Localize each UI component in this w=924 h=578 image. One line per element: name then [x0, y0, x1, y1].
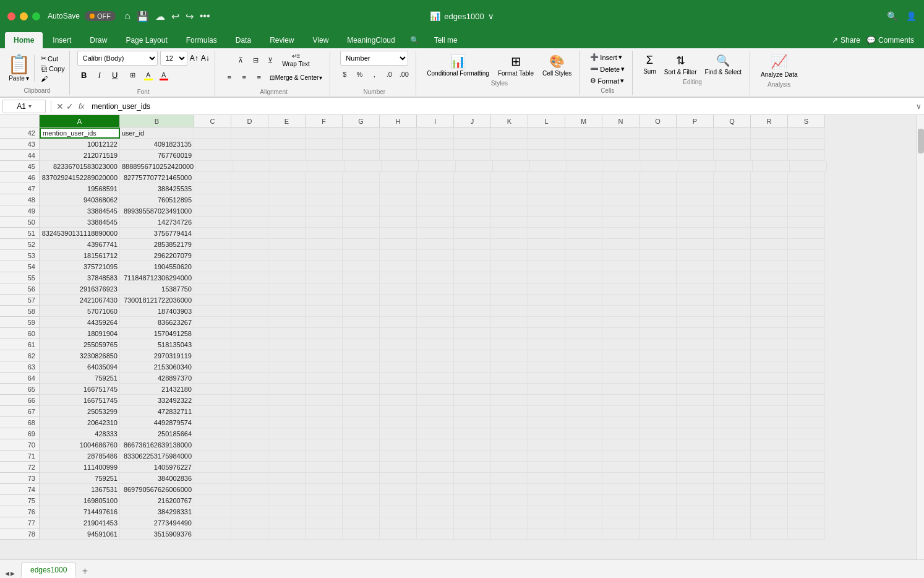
- cell-b78[interactable]: 3515909376: [120, 528, 194, 540]
- empty-cell[interactable]: [602, 395, 640, 406]
- empty-cell[interactable]: [528, 339, 565, 350]
- empty-cell[interactable]: [602, 495, 640, 506]
- empty-cell[interactable]: [640, 261, 677, 272]
- empty-cell[interactable]: [417, 484, 454, 495]
- empty-cell[interactable]: [751, 417, 788, 428]
- empty-cell[interactable]: [454, 528, 491, 540]
- empty-cell[interactable]: [788, 517, 825, 528]
- font-name-selector[interactable]: Calibri (Body): [77, 51, 158, 66]
- row-header-65[interactable]: 65: [0, 384, 40, 395]
- empty-cell[interactable]: [751, 295, 788, 306]
- empty-cell[interactable]: [380, 506, 417, 517]
- empty-cell[interactable]: [714, 373, 751, 384]
- empty-cell[interactable]: [417, 384, 454, 395]
- row-header-63[interactable]: 63: [0, 361, 40, 373]
- col-header-b[interactable]: B: [120, 115, 194, 127]
- cell-a55[interactable]: 37848583: [40, 272, 120, 283]
- cell-a58[interactable]: 57071060: [40, 306, 120, 317]
- row-header-66[interactable]: 66: [0, 395, 40, 406]
- cell-ref-expand-icon[interactable]: ▾: [28, 103, 32, 110]
- row-header-76[interactable]: 76: [0, 506, 40, 517]
- cell-b59[interactable]: 836623267: [120, 317, 194, 328]
- comments-button[interactable]: 💬 Comments: [866, 36, 914, 45]
- empty-cell[interactable]: [788, 205, 825, 217]
- empty-cell[interactable]: [640, 339, 677, 350]
- empty-cell[interactable]: [454, 428, 491, 439]
- empty-cell[interactable]: [751, 439, 788, 451]
- empty-cell[interactable]: [268, 373, 306, 384]
- empty-cell[interactable]: [268, 350, 306, 361]
- empty-cell[interactable]: [751, 395, 788, 406]
- empty-cell[interactable]: [677, 228, 714, 239]
- empty-cell[interactable]: [491, 339, 528, 350]
- empty-cell[interactable]: [231, 272, 268, 283]
- empty-cell[interactable]: [714, 150, 751, 161]
- empty-cell[interactable]: [565, 528, 602, 540]
- empty-cell[interactable]: [602, 517, 640, 528]
- empty-cell[interactable]: [194, 183, 231, 194]
- empty-cell[interactable]: [565, 462, 602, 473]
- col-header-f[interactable]: F: [306, 115, 343, 127]
- empty-cell[interactable]: [268, 495, 306, 506]
- empty-cell[interactable]: [602, 350, 640, 361]
- empty-cell[interactable]: [751, 306, 788, 317]
- empty-cell[interactable]: [194, 272, 231, 283]
- insert-button[interactable]: ➕ Insert ▾: [588, 52, 627, 63]
- empty-cell[interactable]: [528, 406, 565, 417]
- empty-cell[interactable]: [380, 317, 417, 328]
- empty-cell[interactable]: [714, 384, 751, 395]
- empty-cell[interactable]: [640, 283, 677, 295]
- empty-cell[interactable]: [714, 350, 751, 361]
- empty-cell[interactable]: [565, 283, 602, 295]
- empty-cell[interactable]: [417, 350, 454, 361]
- empty-cell[interactable]: [454, 261, 491, 272]
- empty-cell[interactable]: [640, 384, 677, 395]
- row-header-71[interactable]: 71: [0, 451, 40, 462]
- cell-a63[interactable]: 64035094: [40, 361, 120, 373]
- empty-cell[interactable]: [751, 428, 788, 439]
- empty-cell[interactable]: [417, 272, 454, 283]
- empty-cell[interactable]: [491, 350, 528, 361]
- cell-a45[interactable]: 82336701583023000: [40, 161, 120, 172]
- empty-cell[interactable]: [306, 339, 343, 350]
- empty-cell[interactable]: [343, 451, 380, 462]
- empty-cell[interactable]: [380, 350, 417, 361]
- empty-cell[interactable]: [417, 373, 454, 384]
- empty-cell[interactable]: [565, 261, 602, 272]
- empty-cell[interactable]: [677, 517, 714, 528]
- sum-button[interactable]: Σ Sum: [640, 52, 659, 77]
- empty-cell[interactable]: [306, 228, 343, 239]
- empty-cell[interactable]: [380, 228, 417, 239]
- empty-cell[interactable]: [788, 295, 825, 306]
- empty-cell[interactable]: [380, 473, 417, 484]
- row-header-60[interactable]: 60: [0, 328, 40, 339]
- align-bottom-button[interactable]: ⊻: [263, 53, 277, 67]
- empty-cell[interactable]: [454, 384, 491, 395]
- empty-cell[interactable]: [677, 261, 714, 272]
- empty-cell[interactable]: [270, 161, 307, 172]
- empty-cell[interactable]: [714, 172, 751, 183]
- empty-cell[interactable]: [343, 473, 380, 484]
- empty-cell[interactable]: [268, 339, 306, 350]
- empty-cell[interactable]: [677, 373, 714, 384]
- empty-cell[interactable]: [751, 194, 788, 205]
- empty-cell[interactable]: [751, 172, 788, 183]
- empty-cell[interactable]: [231, 283, 268, 295]
- tab-home[interactable]: Home: [5, 32, 43, 48]
- empty-cell[interactable]: [194, 205, 231, 217]
- cell-a68[interactable]: 20642310: [40, 417, 120, 428]
- empty-cell[interactable]: [528, 517, 565, 528]
- cell-a52[interactable]: 43967741: [40, 239, 120, 250]
- empty-cell[interactable]: [231, 239, 268, 250]
- cell-b60[interactable]: 1570491258: [120, 328, 194, 339]
- empty-cell[interactable]: [751, 228, 788, 239]
- empty-cell[interactable]: [343, 428, 380, 439]
- empty-cell[interactable]: [343, 283, 380, 295]
- empty-cell[interactable]: [268, 517, 306, 528]
- delete-button[interactable]: ➖ Delete ▾: [588, 64, 627, 74]
- col-header-m[interactable]: M: [565, 115, 602, 127]
- empty-cell[interactable]: [268, 283, 306, 295]
- empty-cell[interactable]: [194, 395, 231, 406]
- empty-cell[interactable]: [714, 261, 751, 272]
- empty-cell[interactable]: [677, 462, 714, 473]
